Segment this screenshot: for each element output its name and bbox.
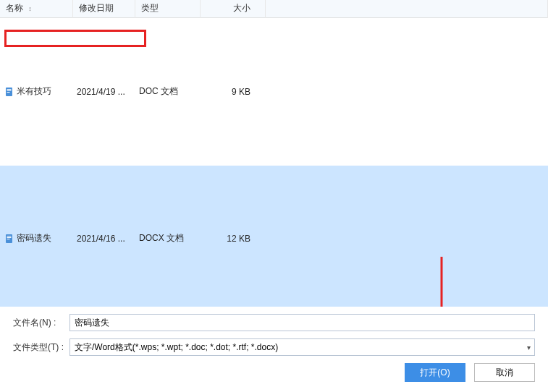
file-cell-filler: [265, 166, 548, 311]
column-header-size[interactable]: 大小: [200, 0, 265, 17]
file-row[interactable]: 密码遗失2021/4/16 ...DOCX 文档12 KB: [0, 166, 548, 311]
column-header-name-label: 名称: [6, 3, 23, 13]
filename-row: 文件名(N) :: [13, 314, 535, 331]
filename-label: 文件名(N) :: [13, 317, 69, 329]
filetype-select-value: 文字/Word格式(*.wps; *.wpt; *.doc; *.dot; *.…: [69, 338, 535, 356]
document-icon: [4, 234, 14, 244]
file-cell-name: 密码遗失: [0, 166, 72, 311]
svg-rect-5: [7, 236, 12, 237]
file-row[interactable]: 米有技巧2021/4/19 ...DOC 文档9 KB: [0, 17, 548, 166]
column-header-size-label: 大小: [233, 3, 250, 13]
sort-indicator-icon: ↕: [28, 5, 32, 12]
svg-rect-7: [7, 239, 10, 239]
svg-rect-3: [7, 92, 10, 93]
filetype-label: 文件类型(T) :: [13, 341, 69, 354]
column-header-type-label: 类型: [141, 3, 159, 13]
file-cell-date: 2021/4/19 ...: [72, 17, 135, 166]
filetype-row: 文件类型(T) : 文字/Word格式(*.wps; *.wpt; *.doc;…: [13, 338, 535, 356]
bottom-panel: 文件名(N) : 文件类型(T) : 文字/Word格式(*.wps; *.wp…: [0, 307, 548, 392]
file-cell-type: DOC 文档: [135, 17, 200, 166]
file-cell-size: 9 KB: [200, 17, 265, 166]
button-row: 打开(O) 取消: [13, 363, 535, 382]
file-name-text: 密码遗失: [17, 233, 51, 243]
svg-rect-1: [7, 89, 12, 90]
column-header-row: 名称 ↕ 修改日期 类型 大小: [0, 0, 548, 17]
file-cell-date: 2021/4/16 ...: [72, 166, 135, 311]
file-cell-type: DOCX 文档: [135, 166, 200, 311]
column-header-date-label: 修改日期: [79, 3, 114, 13]
file-list-table: 名称 ↕ 修改日期 类型 大小 米有技巧2021/4/19 ...DOC 文档9…: [0, 0, 548, 311]
chevron-down-icon: ▾: [527, 344, 531, 351]
filetype-select[interactable]: 文字/Word格式(*.wps; *.wpt; *.doc; *.dot; *.…: [69, 338, 535, 356]
file-name-text: 米有技巧: [17, 86, 51, 96]
open-button[interactable]: 打开(O): [405, 363, 465, 382]
column-header-filler: [265, 0, 548, 17]
document-icon: [4, 87, 14, 97]
svg-rect-6: [7, 237, 12, 238]
column-header-name[interactable]: 名称 ↕: [0, 0, 72, 17]
file-cell-filler: [265, 17, 548, 166]
file-cell-size: 12 KB: [200, 166, 265, 311]
file-cell-name: 米有技巧: [0, 17, 72, 166]
svg-rect-2: [7, 90, 12, 91]
cancel-button[interactable]: 取消: [474, 363, 535, 382]
column-header-date[interactable]: 修改日期: [72, 0, 135, 17]
column-header-type[interactable]: 类型: [135, 0, 200, 17]
filename-input[interactable]: [69, 314, 535, 331]
